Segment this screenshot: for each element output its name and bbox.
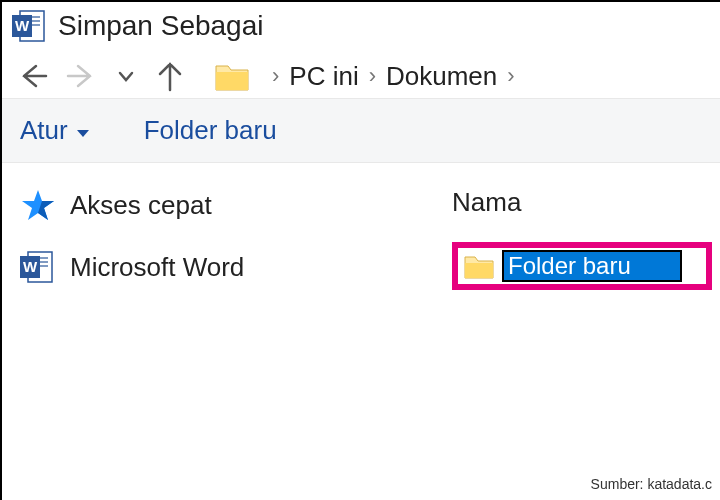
sidebar: Akses cepat W Microsoft Word: [2, 163, 342, 441]
breadcrumb-item[interactable]: PC ini: [289, 61, 358, 92]
file-list-area: Nama: [342, 163, 720, 441]
organize-label: Atur: [20, 115, 68, 146]
sidebar-item-word[interactable]: W Microsoft Word: [20, 249, 324, 285]
sidebar-item-label: Microsoft Word: [70, 252, 244, 283]
word-icon: W: [20, 249, 56, 285]
history-dropdown[interactable]: [116, 66, 136, 86]
chevron-right-icon: ›: [365, 63, 380, 89]
folder-name-input[interactable]: [502, 250, 682, 282]
chevron-right-icon: ›: [268, 63, 283, 89]
folder-icon: [464, 253, 494, 279]
new-folder-button[interactable]: Folder baru: [144, 115, 277, 146]
content-area: Akses cepat W Microsoft Word Nama: [2, 163, 720, 441]
back-button[interactable]: [16, 60, 48, 92]
svg-text:W: W: [23, 258, 38, 275]
column-header-name[interactable]: Nama: [452, 187, 720, 218]
breadcrumb: › PC ini › Dokumen ›: [268, 61, 519, 92]
word-app-icon: W: [12, 8, 48, 44]
chevron-right-icon: ›: [503, 63, 518, 89]
forward-button[interactable]: [66, 60, 98, 92]
new-folder-row-highlight: [452, 242, 712, 290]
breadcrumb-item[interactable]: Dokumen: [386, 61, 497, 92]
up-button[interactable]: [154, 60, 186, 92]
sidebar-item-label: Akses cepat: [70, 190, 212, 221]
titlebar: W Simpan Sebagai: [2, 2, 720, 54]
svg-text:W: W: [15, 17, 30, 34]
star-icon: [20, 187, 56, 223]
save-as-dialog: W Simpan Sebagai: [0, 0, 720, 500]
window-title: Simpan Sebagai: [58, 10, 263, 42]
new-folder-label: Folder baru: [144, 115, 277, 146]
sidebar-item-quick-access[interactable]: Akses cepat: [20, 187, 324, 223]
toolbar: Atur Folder baru: [2, 99, 720, 163]
folder-location-icon: [214, 60, 250, 92]
caret-down-icon: [76, 115, 90, 146]
navigation-bar: › PC ini › Dokumen ›: [2, 54, 720, 99]
attribution-text: Sumber: katadata.c: [591, 476, 712, 492]
organize-menu[interactable]: Atur: [20, 115, 90, 146]
